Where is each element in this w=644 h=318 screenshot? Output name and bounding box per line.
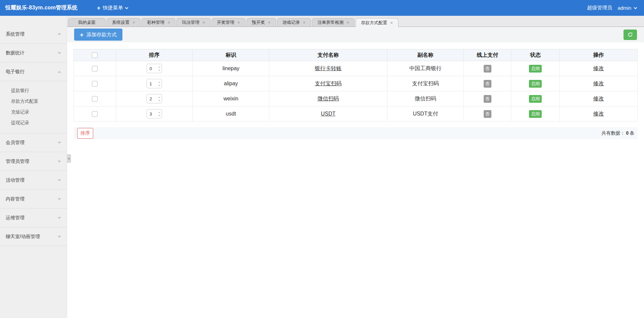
toolbar: + 添加存款方式 xyxy=(67,27,644,42)
sort-input[interactable] xyxy=(150,81,155,86)
online-pay-badge: 否 xyxy=(484,95,491,103)
close-icon[interactable]: × xyxy=(346,20,349,25)
add-deposit-method-button[interactable]: + 添加存款方式 xyxy=(74,29,122,41)
sidebar-group-7[interactable]: 运维管理 xyxy=(0,209,67,227)
tab-8[interactable]: 存款方式配置× xyxy=(356,18,398,27)
user-role-label: 超级管理员 xyxy=(587,5,612,11)
pay-name-link[interactable]: 微信扫码 xyxy=(317,96,339,101)
chevron-down-icon xyxy=(58,197,61,200)
pay-code: alipay xyxy=(193,76,269,91)
tab-7[interactable]: 注单异常检测× xyxy=(312,18,355,27)
sidebar-group-label: 运维管理 xyxy=(6,215,24,221)
refresh-icon xyxy=(628,32,633,37)
tab-bar: 我的桌面系统设置×彩种管理×玩法管理×开奖管理×预开奖×游戏记录×注单异常检测×… xyxy=(67,16,644,27)
sidebar-subitem-0[interactable]: 提款银行 xyxy=(0,85,67,96)
close-icon[interactable]: × xyxy=(167,20,170,25)
sidebar-group-2[interactable]: 电子银行 xyxy=(0,62,67,81)
close-icon[interactable]: × xyxy=(303,20,306,25)
sidebar-group-label: 活动管理 xyxy=(6,177,24,183)
sidebar-subitem-2[interactable]: 充值记录 xyxy=(0,107,67,118)
pay-code: weixin xyxy=(193,91,269,106)
tab-3[interactable]: 玩法管理× xyxy=(176,18,210,27)
add-button-label: 添加存款方式 xyxy=(87,32,117,38)
sidebar-group-0[interactable]: 系统管理 xyxy=(0,25,67,44)
pay-code: linepay xyxy=(193,61,269,76)
sidebar-group-label: 聊天室/动画管理 xyxy=(6,234,40,240)
tab-label: 预开奖 xyxy=(252,19,265,26)
sidebar-group-6[interactable]: 内容管理 xyxy=(0,190,67,209)
tab-1[interactable]: 系统设置× xyxy=(107,18,141,27)
pay-name-link[interactable]: 银行卡转账 xyxy=(315,65,341,71)
column-header-3: 副名称 xyxy=(387,49,464,61)
column-header-5: 状态 xyxy=(511,49,560,61)
row-checkbox[interactable] xyxy=(92,66,98,72)
sort-input[interactable] xyxy=(150,66,155,71)
chevron-down-icon xyxy=(58,32,61,35)
status-badge: 启用 xyxy=(529,80,542,88)
app-root: 恒耀娱乐-83ym.com管理系统 + 快捷菜单 超级管理员 admin 系统管… xyxy=(0,0,644,318)
row-checkbox[interactable] xyxy=(92,81,98,87)
row-checkbox[interactable] xyxy=(92,96,98,102)
content-area: 排序标识支付名称副名称线上支付状态操作 linepay银行卡转账中国工商银行否启… xyxy=(67,42,644,318)
sidebar-subitem-1[interactable]: 存款方式配置 xyxy=(0,96,67,107)
tab-6[interactable]: 游戏记录× xyxy=(277,18,311,27)
spinner-arrows[interactable] xyxy=(159,82,160,86)
user-menu-button[interactable]: admin xyxy=(618,5,637,11)
pay-name-link[interactable]: 支付宝扫码 xyxy=(315,81,341,86)
tab-label: 存款方式配置 xyxy=(361,20,387,26)
tab-2[interactable]: 彩种管理× xyxy=(142,18,175,27)
pay-name-link[interactable]: USDT xyxy=(321,111,336,117)
close-icon[interactable]: × xyxy=(390,20,393,25)
close-icon[interactable]: × xyxy=(268,20,271,25)
chevron-down-icon xyxy=(58,141,61,143)
spinner-arrows[interactable] xyxy=(159,97,160,101)
chevron-down-icon xyxy=(634,6,637,9)
sort-spinner xyxy=(147,109,162,119)
sidebar-group-3[interactable]: 会员管理 xyxy=(0,133,67,152)
online-pay-badge: 否 xyxy=(484,110,491,118)
close-icon[interactable]: × xyxy=(237,20,240,25)
sort-input[interactable] xyxy=(150,96,155,101)
close-icon[interactable]: × xyxy=(132,20,135,25)
modify-link[interactable]: 修改 xyxy=(593,81,604,86)
chevron-down-icon xyxy=(58,160,61,162)
username-label: admin xyxy=(618,5,631,11)
tab-label: 注单异常检测 xyxy=(317,19,343,26)
column-header-0: 排序 xyxy=(116,49,193,61)
top-navbar: 恒耀娱乐-83ym.com管理系统 + 快捷菜单 超级管理员 admin xyxy=(0,0,644,16)
sidebar-subitem-3[interactable]: 提现记录 xyxy=(0,118,67,128)
close-icon[interactable]: × xyxy=(202,20,205,25)
tab-0[interactable]: 我的桌面 xyxy=(68,18,106,27)
online-pay-badge: 否 xyxy=(484,65,491,73)
sidebar-group-5[interactable]: 活动管理 xyxy=(0,171,67,190)
row-checkbox[interactable] xyxy=(92,111,98,117)
sidebar-group-4[interactable]: 管理员管理 xyxy=(0,152,67,171)
status-badge: 启用 xyxy=(529,65,542,73)
main-panel: 我的桌面系统设置×彩种管理×玩法管理×开奖管理×预开奖×游戏记录×注单异常检测×… xyxy=(67,16,644,318)
sort-spinner xyxy=(147,79,162,88)
spinner-arrows[interactable] xyxy=(159,66,160,71)
sidebar-collapse-handle[interactable] xyxy=(67,154,71,163)
sort-button[interactable]: 排序 xyxy=(77,128,93,139)
sub-name: USDT支付 xyxy=(387,106,464,122)
sub-name: 支付宝扫码 xyxy=(387,76,464,91)
tab-4[interactable]: 开奖管理× xyxy=(212,18,246,27)
column-header-4: 线上支付 xyxy=(464,49,511,61)
refresh-button[interactable] xyxy=(624,30,637,40)
quick-menu-button[interactable]: + 快捷菜单 xyxy=(97,5,128,11)
sidebar-group-1[interactable]: 数据统计 xyxy=(0,44,67,62)
spinner-arrows[interactable] xyxy=(159,112,160,116)
sidebar-group-label: 内容管理 xyxy=(6,196,24,202)
select-all-checkbox[interactable] xyxy=(92,52,98,58)
modify-link[interactable]: 修改 xyxy=(593,65,604,71)
sidebar-menu: 系统管理数据统计电子银行提款银行存款方式配置充值记录提现记录会员管理管理员管理活… xyxy=(0,16,67,246)
online-pay-badge: 否 xyxy=(484,80,491,88)
modify-link[interactable]: 修改 xyxy=(593,111,604,117)
sidebar-group-8[interactable]: 聊天室/动画管理 xyxy=(0,227,67,246)
modify-link[interactable]: 修改 xyxy=(593,96,604,101)
status-badge: 启用 xyxy=(529,95,542,103)
tab-5[interactable]: 预开奖× xyxy=(247,18,276,27)
sidebar-group-label: 管理员管理 xyxy=(6,158,29,165)
sort-input[interactable] xyxy=(150,111,155,117)
chevron-down-icon xyxy=(58,216,61,219)
